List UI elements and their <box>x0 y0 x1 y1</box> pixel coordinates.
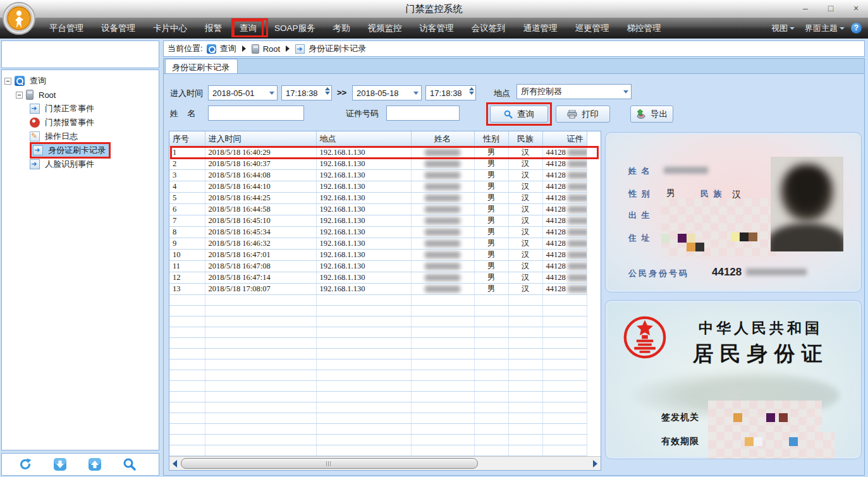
table-row[interactable]: 22018/5/18 16:40:37192.168.1.130男汉44128 <box>169 158 587 169</box>
menu-tab-7[interactable]: 视频监控 <box>359 20 411 37</box>
breadcrumb-item-root[interactable]: Root <box>263 44 280 54</box>
date-to-select[interactable]: 2018-05-18 <box>352 85 422 100</box>
time-to-spinner[interactable]: 17:18:38 <box>425 85 476 100</box>
empty-row <box>169 380 587 391</box>
table-row[interactable]: 122018/5/18 16:47:14192.168.1.130男汉44128 <box>169 272 587 283</box>
records-table-panel: 序号 进入时间 地点 姓名 性别 民族 证件 12018/5/18 16:40:… <box>169 131 601 471</box>
idcard-gender-label: 性 别 <box>628 188 651 200</box>
col-header-location[interactable]: 地点 <box>316 131 411 147</box>
menu-tab-0[interactable]: 平台管理 <box>40 20 92 37</box>
sidebar-item-3[interactable]: 身份证刷卡记录 <box>30 143 156 157</box>
col-header-ethnic[interactable]: 民族 <box>508 131 542 147</box>
time-filter-label: 进入时间 <box>170 88 203 99</box>
col-header-time[interactable]: 进入时间 <box>205 131 316 147</box>
table-row[interactable]: 102018/5/18 16:47:01192.168.1.130男汉44128 <box>169 249 587 260</box>
chevron-down-icon <box>413 92 419 95</box>
col-header-idno[interactable]: 证件 <box>542 131 587 147</box>
export-button[interactable]: 导出 <box>630 106 673 123</box>
menu-tab-10[interactable]: 通道管理 <box>515 20 566 37</box>
spinner-arrows-icon[interactable] <box>325 87 330 95</box>
empty-row <box>169 348 587 359</box>
table-row[interactable]: 12018/5/18 16:40:29192.168.1.130男汉44128 <box>169 147 587 158</box>
refresh-icon[interactable] <box>18 457 32 471</box>
col-header-no[interactable]: 序号 <box>169 131 205 147</box>
window-title: 门禁监控系统 <box>0 3 868 15</box>
menu-tab-5[interactable]: SOAP服务 <box>266 20 324 37</box>
search-icon <box>15 76 25 86</box>
idno-input[interactable] <box>386 106 460 121</box>
menu-tab-6[interactable]: 考勤 <box>324 20 359 37</box>
help-icon[interactable]: ? <box>851 23 862 33</box>
sidebar-item-4[interactable]: 人脸识别事件 <box>30 157 156 171</box>
col-header-gender[interactable]: 性别 <box>474 131 508 147</box>
download-icon[interactable] <box>53 457 67 471</box>
table-row[interactable]: 82018/5/18 16:45:34192.168.1.130男汉44128 <box>169 226 587 238</box>
time-from-spinner[interactable]: 17:18:38 <box>281 85 332 100</box>
table-row[interactable]: 42018/5/18 16:44:10192.168.1.130男汉44128 <box>169 181 587 192</box>
theme-menu[interactable]: 界面主题 <box>801 20 848 37</box>
minimize-button[interactable]: – <box>797 2 814 15</box>
table-row[interactable]: 52018/5/18 16:44:25192.168.1.130男汉44128 <box>169 192 587 203</box>
print-button[interactable]: 打印 <box>556 106 610 123</box>
table-row[interactable]: 112018/5/18 16:47:08192.168.1.130男汉44128 <box>169 260 587 272</box>
menu-tab-11[interactable]: 巡更管理 <box>566 20 618 37</box>
menu-tab-8[interactable]: 访客管理 <box>411 20 463 37</box>
pixelated-issuer <box>708 401 822 432</box>
empty-row <box>169 327 587 337</box>
search-icon <box>207 44 216 54</box>
sidebar-item-label: 门禁报警事件 <box>43 116 96 129</box>
blurred-value <box>425 263 460 270</box>
name-input[interactable] <box>208 106 304 121</box>
scroll-right-icon[interactable] <box>593 460 597 468</box>
tab-idcard-records[interactable]: 身份证刷卡记录 <box>165 59 238 74</box>
search-icon[interactable] <box>123 457 137 471</box>
table-row[interactable]: 72018/5/18 16:45:10192.168.1.130男汉44128 <box>169 215 587 226</box>
date-from-select[interactable]: 2018-05-01 <box>208 85 278 100</box>
spinner-arrows-icon[interactable] <box>469 87 474 95</box>
table-row[interactable]: 132018/5/18 17:08:07192.168.1.130男汉44128 <box>169 283 587 294</box>
scrollbar-thumb[interactable] <box>181 458 478 469</box>
location-select[interactable]: 所有控制器 <box>517 84 632 99</box>
empty-row <box>169 294 587 305</box>
breadcrumb-item-query[interactable]: 查询 <box>220 43 236 54</box>
query-button[interactable]: 查询 <box>490 106 548 123</box>
sidebar-item-2[interactable]: 操作日志 <box>30 130 156 143</box>
close-button[interactable]: × <box>848 2 864 15</box>
idcard-country-title: 中华人民共和国 <box>675 318 846 338</box>
maximize-button[interactable]: □ <box>822 2 839 15</box>
blurred-value <box>568 274 587 281</box>
scroll-left-icon[interactable] <box>173 460 177 468</box>
empty-row <box>169 316 587 327</box>
blurred-value <box>425 206 460 213</box>
idcard-birth-label: 出 生 <box>628 210 651 221</box>
menu-tab-3[interactable]: 报警 <box>196 20 231 37</box>
document-arrow-icon <box>295 44 305 54</box>
table-row[interactable]: 32018/5/18 16:44:08192.168.1.130男汉44128 <box>169 169 587 181</box>
sidebar-item-1[interactable]: 门禁报警事件 <box>30 116 156 130</box>
view-menu[interactable]: 视图 <box>767 20 798 37</box>
chevron-down-icon <box>790 27 795 30</box>
collapse-icon[interactable] <box>16 92 23 99</box>
breadcrumb-item-current[interactable]: 身份证刷卡记录 <box>309 43 366 54</box>
menu-tab-2[interactable]: 卡片中心 <box>144 20 196 37</box>
empty-row <box>169 359 587 370</box>
sidebar-item-0[interactable]: 门禁正常事件 <box>30 102 156 116</box>
title-bar: 门禁监控系统 – □ × <box>0 0 868 18</box>
alarm-icon <box>30 118 40 128</box>
collapse-icon[interactable] <box>4 78 11 85</box>
tree-node-root[interactable]: Root <box>16 88 156 102</box>
idcard-address-label: 住 址 <box>628 232 651 244</box>
table-row[interactable]: 92018/5/18 16:46:32192.168.1.130男汉44128 <box>169 238 587 249</box>
printer-icon <box>567 110 577 119</box>
table-row[interactable]: 62018/5/18 16:44:58192.168.1.130男汉44128 <box>169 203 587 215</box>
horizontal-scrollbar[interactable] <box>169 456 601 470</box>
menu-tab-12[interactable]: 梯控管理 <box>618 20 670 37</box>
menu-tab-4[interactable]: 查询 <box>233 20 264 37</box>
col-header-name[interactable]: 姓名 <box>411 131 474 147</box>
menu-tab-9[interactable]: 会议签到 <box>463 20 515 37</box>
upload-icon[interactable] <box>88 457 102 471</box>
tree-node-query[interactable]: 查询 <box>4 74 156 88</box>
menu-tab-1[interactable]: 设备管理 <box>92 20 144 37</box>
navigation-tree: 查询 Root 门禁正常事件门禁报警事件操作日志身份证刷卡记录人脸识别事件 <box>1 69 159 450</box>
blurred-value <box>425 172 460 179</box>
